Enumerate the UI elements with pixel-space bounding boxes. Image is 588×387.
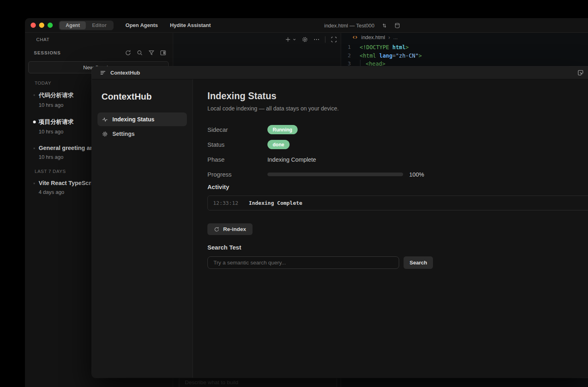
indexing-status-panel: Indexing Status Local code indexing — al… <box>193 79 588 378</box>
row-label: Progress <box>207 171 267 178</box>
chevron-down-icon <box>292 37 296 42</box>
nav-label: Settings <box>112 131 135 137</box>
code-content: 1 <!DOCTYPE html> 2 <html lang="zh-CN"> … <box>341 43 588 68</box>
row-label: Phase <box>207 156 267 163</box>
sessions-header: SESSIONS <box>34 50 61 55</box>
toggle-panel-icon[interactable] <box>160 50 166 56</box>
log-timestamp: 12:33:12 <box>213 200 238 206</box>
progress-percentage: 100% <box>409 171 424 178</box>
code-file-icon <box>352 34 358 40</box>
nav-label: Indexing Status <box>112 116 154 123</box>
line-number: 1 <box>341 43 360 52</box>
code-line: 1 <!DOCTYPE html> <box>341 43 588 52</box>
window-title: index.html — Test000 <box>324 23 375 29</box>
gear-icon <box>102 131 108 137</box>
activity-heading: Activity <box>207 183 588 190</box>
zoom-window-button[interactable] <box>48 23 53 28</box>
line-number: 2 <box>341 52 360 60</box>
expand-icon[interactable] <box>331 36 337 43</box>
app-titlebar: Agent Editor Open Agents Hydite Assistan… <box>25 18 588 33</box>
progress-row: Progress 100% <box>207 167 588 182</box>
contexthub-brand: ContextHub <box>101 92 193 102</box>
status-row: Status done <box>207 137 588 152</box>
log-message: Indexing Complete <box>249 200 302 206</box>
reindex-label: Re-index <box>223 226 246 232</box>
toolbar-divider <box>325 36 325 43</box>
activity-log: 12:33:12 Indexing Complete <box>207 196 588 210</box>
more-options-icon[interactable] <box>313 36 320 43</box>
contexthub-sidebar: ContextHub Indexing Status <box>92 79 193 378</box>
session-dot-icon <box>33 148 35 149</box>
page-title: Indexing Status <box>207 91 588 102</box>
composer-input[interactable] <box>185 379 331 385</box>
traffic-lights <box>31 23 53 28</box>
nav-settings[interactable]: Settings <box>97 127 187 141</box>
tab-editor[interactable]: Editor <box>86 21 112 29</box>
search-test-heading: Search Test <box>207 244 588 251</box>
row-label: Status <box>207 141 267 148</box>
refresh-icon <box>214 227 219 232</box>
search-button[interactable]: Search <box>404 256 433 269</box>
popout-icon[interactable] <box>577 69 584 76</box>
database-icon[interactable] <box>394 23 400 29</box>
mode-segmented-control: Agent Editor <box>59 21 114 30</box>
list-icon <box>100 70 106 76</box>
session-dot-icon <box>33 183 35 184</box>
refresh-sessions-icon[interactable] <box>125 50 131 56</box>
row-label: Sidecar <box>207 126 267 133</box>
sidecar-status-badge: Running <box>267 125 298 134</box>
minimize-window-button[interactable] <box>39 23 44 28</box>
sync-icon[interactable] <box>381 23 387 29</box>
session-dot-icon <box>33 94 35 96</box>
pulse-icon <box>102 117 108 123</box>
phase-value: Indexing Complete <box>267 156 316 163</box>
breadcrumb-file: index.html <box>361 34 385 40</box>
semantic-search-input[interactable] <box>207 256 399 269</box>
phase-row: Phase Indexing Complete <box>207 152 588 167</box>
close-window-button[interactable] <box>31 23 36 28</box>
reindex-button[interactable]: Re-index <box>207 223 253 235</box>
contexthub-titlebar: ContextHub <box>92 67 588 79</box>
code-line: 2 <html lang="zh-CN"> <box>341 52 588 60</box>
session-dot-icon <box>33 121 36 123</box>
nav-indexing-status[interactable]: Indexing Status <box>97 112 187 126</box>
contexthub-title: ContextHub <box>110 70 140 76</box>
menu-hydite-assistant[interactable]: Hydite Assistant <box>170 22 211 28</box>
sidecar-row: Sidecar Running <box>207 122 588 137</box>
chat-panel-title: CHAT <box>36 37 50 42</box>
tab-agent[interactable]: Agent <box>60 21 86 29</box>
filter-icon[interactable] <box>148 50 155 56</box>
index-status-badge: done <box>267 140 290 149</box>
new-chat-icon[interactable] <box>285 36 296 43</box>
gear-icon[interactable] <box>302 36 308 43</box>
breadcrumb-separator: › <box>388 34 390 40</box>
search-sessions-icon[interactable] <box>137 50 143 56</box>
menu-open-agents[interactable]: Open Agents <box>126 22 158 28</box>
contexthub-window: ContextHub ContextHub Indexing Status <box>92 67 588 378</box>
breadcrumb[interactable]: index.html › ... <box>352 34 398 40</box>
progress-bar <box>267 173 403 176</box>
breadcrumb-more: ... <box>393 34 398 40</box>
page-subtitle: Local code indexing — all data stays on … <box>207 105 588 112</box>
